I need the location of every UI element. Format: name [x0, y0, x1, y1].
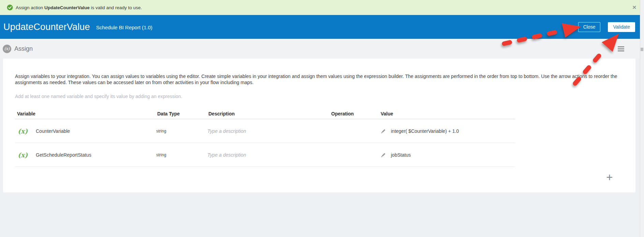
banner-close-icon[interactable]: ✕: [632, 4, 636, 11]
banner-action-name: UpdateCounterValue: [44, 5, 90, 10]
description-placeholder[interactable]: Type a description: [206, 128, 329, 134]
variable-function-icon: (x): [18, 127, 36, 135]
column-header-operation: Operation: [329, 111, 379, 116]
variable-row: (x) CounterVariable string Type a descri…: [15, 119, 515, 143]
description-placeholder[interactable]: Type a description: [206, 152, 329, 158]
assign-description: Assign variables to your integration. Yo…: [15, 74, 623, 85]
assign-title: Assign: [14, 45, 33, 52]
assign-hint: Add at least one named variable and spec…: [15, 94, 493, 99]
column-header-data-type: Data Type: [155, 111, 206, 116]
scrollbar-track[interactable]: [640, 0, 644, 237]
column-header-variable: Variable: [15, 111, 155, 116]
value-cell: jobStatus: [379, 151, 515, 158]
variable-function-icon: (x): [18, 151, 36, 159]
content-panel: Assign variables to your integration. Yo…: [3, 59, 635, 192]
value-cell: integer( $CounterVariable) + 1.0: [379, 127, 515, 135]
status-banner: Assign action UpdateCounterValue is vali…: [0, 0, 644, 15]
banner-message-prefix: Assign action: [16, 5, 44, 10]
banner-message: Assign action UpdateCounterValue is vali…: [16, 5, 142, 10]
banner-message-suffix: is valid and ready to use.: [90, 5, 142, 10]
table-header-row: Variable Data Type Description Operation…: [15, 108, 515, 119]
value-expression: jobStatus: [391, 152, 411, 158]
data-type-cell: string: [155, 129, 206, 133]
variable-cell: (x) CounterVariable: [15, 127, 155, 135]
variable-row: (x) GetScheduleReportStatus string Type …: [15, 143, 515, 167]
value-expression: integer( $CounterVariable) + 1.0: [391, 128, 459, 134]
variables-table: Variable Data Type Description Operation…: [15, 108, 515, 167]
scrollbar-thumb[interactable]: [641, 48, 643, 51]
edit-pencil-icon[interactable]: [379, 127, 386, 135]
hamburger-menu-icon[interactable]: [618, 46, 624, 51]
data-type-cell: string: [155, 153, 206, 157]
assign-subheader: (x) Assign: [0, 39, 644, 59]
close-button[interactable]: Close: [578, 22, 601, 32]
column-header-value: Value: [379, 111, 515, 116]
success-check-icon: [7, 4, 13, 11]
add-variable-button[interactable]: +: [603, 171, 616, 184]
header-actions: Close Validate: [578, 22, 644, 32]
assign-function-icon: (x): [3, 45, 11, 53]
variable-name: CounterVariable: [36, 128, 70, 134]
page-title: UpdateCounterValue: [3, 22, 90, 32]
page-subtitle: Schedule BI Report (1.0): [96, 25, 152, 30]
variable-cell: (x) GetScheduleReportStatus: [15, 151, 155, 159]
column-header-description: Description: [206, 111, 329, 116]
variable-name: GetScheduleReportStatus: [36, 152, 91, 158]
app-header: UpdateCounterValue Schedule BI Report (1…: [0, 15, 644, 39]
edit-pencil-icon[interactable]: [379, 151, 386, 158]
validate-button[interactable]: Validate: [608, 22, 635, 32]
